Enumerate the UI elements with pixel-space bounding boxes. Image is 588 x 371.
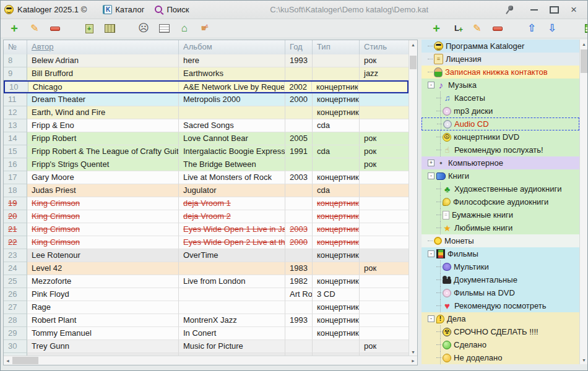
table-row[interactable]: 30Trey GunnMusic for Pictureрок	[4, 340, 409, 353]
grid-view-button[interactable]	[582, 21, 588, 36]
tree-item[interactable]: ☝Рекомендую послухать!	[422, 143, 579, 156]
cell-type: cda	[313, 119, 360, 132]
table-card-button[interactable]	[157, 21, 171, 36]
collapse-icon[interactable]: -	[428, 173, 435, 179]
tree-item[interactable]: Сделано	[422, 338, 579, 351]
edit-category-button[interactable]: ✎	[470, 21, 485, 36]
move-down-button[interactable]: ⇩	[545, 21, 560, 36]
tree-item[interactable]: Документальные	[422, 273, 579, 286]
scroll-down-arrow[interactable]: ▼	[409, 348, 417, 356]
tree-item[interactable]: ♥Рекомендую посмотреть	[422, 299, 579, 312]
add-subcategory-button[interactable]: L	[449, 21, 464, 36]
table-row[interactable]: 26Pink FloydArt Roc3 CD	[4, 288, 409, 301]
table-info-icon	[159, 24, 170, 33]
table-row[interactable]: 16Fripp's Strigs QuentetThe Bridge Betwe…	[4, 158, 409, 171]
column-header-3[interactable]: Год	[285, 40, 313, 54]
tree-item[interactable]: Монеты	[422, 234, 579, 247]
table-row[interactable]: 22King CrimsonEyes Wide Open 2 Live at t…	[4, 236, 409, 249]
scroll-up-arrow[interactable]: ▲	[409, 40, 417, 49]
tree-item[interactable]: ♫Кассеты	[422, 92, 579, 104]
table-row[interactable]: 13Fripp & EnoSacred Songscda	[4, 119, 409, 132]
add-record-button[interactable]: +	[7, 21, 22, 36]
mp3-disc-icon	[443, 107, 451, 116]
table-row[interactable]: 8Belew Adrianhere1993рок	[4, 54, 409, 67]
scroll-right-arrow[interactable]: ►	[409, 356, 417, 365]
tree-item[interactable]: -!Дела	[422, 312, 579, 325]
tree-item[interactable]: Программа Kataloger	[422, 40, 579, 53]
table-row[interactable]: 18Judas PriestJugulatorcda	[4, 184, 409, 197]
table-row[interactable]: 23Lee RotenourOverTimeконцертник	[4, 249, 409, 262]
close-button[interactable]: ×	[564, 3, 584, 17]
tree-item[interactable]: ☮концертники DVD	[422, 130, 579, 143]
table-row[interactable]: 24Level 421983рок	[4, 262, 409, 275]
smiley-view-button[interactable]: ☹	[136, 21, 151, 36]
tree-item[interactable]: +●Компьютерное	[422, 156, 579, 169]
tree-item[interactable]: Философские аудиокниги	[422, 195, 579, 208]
expand-icon[interactable]: +	[428, 160, 435, 166]
table-row[interactable]: 21King CrimsonEyes Wide Open 1 Live in J…	[4, 223, 409, 236]
scrollbar-thumb[interactable]	[410, 56, 417, 69]
cell-author: Level 42	[27, 262, 179, 275]
edit-record-button[interactable]: ✎	[27, 21, 42, 36]
tree-item[interactable]: Не доделано	[422, 351, 579, 364]
table-row[interactable]: 11Dream TheaterMetropolis 20002000концер…	[4, 93, 409, 106]
move-up-button[interactable]: ⇧	[524, 21, 539, 36]
column-header-2[interactable]: Альбом	[179, 40, 285, 54]
column-header-0[interactable]: №	[4, 40, 27, 54]
tree-item[interactable]: ≡Лицензия	[422, 53, 579, 66]
tree-vertical-scrollbar[interactable]: ▲▼	[579, 40, 588, 364]
table-row[interactable]: 14Fripp RobertLove Cannot Bear2005рок	[4, 132, 409, 145]
scroll-down-arrow[interactable]: ▼	[580, 356, 588, 364]
pencil-icon: ✎	[471, 22, 483, 35]
tree-item[interactable]: Audio CD	[422, 117, 579, 130]
tree-item[interactable]: -Фильмы	[422, 247, 579, 260]
tree-item[interactable]: ★Любимые книги	[422, 221, 579, 234]
menu-catalog[interactable]: K Каталог	[98, 3, 149, 16]
tree-item[interactable]: Фильмы на DVD	[422, 286, 579, 299]
app-window: Kataloger 2025.1 © K Каталог Поиск C:\ku…	[0, 0, 588, 371]
table-row[interactable]: 17Gary MooreLive at Monsters of Rock2003…	[4, 171, 409, 184]
table-row[interactable]: 19King Crimsondeja Vroom 1концертник	[4, 197, 409, 210]
table-row[interactable]: 28Robert PlantMontrenX Jazz1993концертни…	[4, 314, 409, 327]
column-header-4[interactable]: Тип	[313, 40, 360, 54]
tree-item[interactable]: ≡Бумажные книги	[422, 208, 579, 221]
export-button[interactable]: ☛	[197, 21, 212, 36]
maximize-button[interactable]	[544, 3, 564, 17]
table-row[interactable]: 29Tommy EmanuelIn Conertконцертник	[4, 327, 409, 340]
table-row[interactable]: 27Rageконцертник	[4, 301, 409, 314]
collapse-icon[interactable]: -	[428, 250, 435, 257]
table-row[interactable]: 9Bill BruffordEarthworksjazz	[4, 67, 409, 80]
tree-item[interactable]: mp3 диски	[422, 104, 579, 117]
add-category-button[interactable]: +	[429, 21, 444, 36]
scroll-left-arrow[interactable]: ◄	[4, 356, 12, 365]
tree-item[interactable]: -♪Музыка	[422, 79, 579, 92]
minimize-button[interactable]	[524, 3, 544, 17]
table-horizontal-scrollbar[interactable]: ◄►	[4, 356, 417, 365]
tree-item[interactable]: Записная книжка контактов	[422, 66, 579, 79]
tree-item[interactable]: ☢СРОЧНО СДЕЛАТЬ !!!!	[422, 325, 579, 338]
tree-item[interactable]: -Книги	[422, 169, 579, 182]
scroll-up-arrow[interactable]: ▲	[580, 40, 588, 48]
column-header-1[interactable]: Автор	[27, 40, 179, 54]
pin-icon[interactable]	[504, 4, 514, 15]
table-row[interactable]: 25MezzoforteLive from London1982концертн…	[4, 275, 409, 288]
collapse-icon[interactable]: -	[428, 315, 435, 322]
scrollbar-thumb[interactable]	[12, 357, 38, 364]
table-row[interactable]: 12Earth, Wind and Fireконцертник	[4, 106, 409, 119]
scrollbar-thumb[interactable]	[581, 49, 587, 73]
delete-category-button[interactable]	[490, 21, 505, 36]
tree-item[interactable]: Мультики	[422, 260, 579, 273]
tree-item[interactable]: ♣Художественные аудиокниги	[422, 182, 579, 195]
home-button[interactable]: ⌂	[177, 21, 192, 36]
delete-record-button[interactable]	[48, 21, 63, 36]
column-header-5[interactable]: Стиль	[360, 40, 409, 54]
insert-field-button[interactable]: +	[82, 21, 97, 36]
table-row[interactable]: 20King Crimsondeja Vroom 2концертник	[4, 210, 409, 223]
collapse-icon[interactable]: -	[428, 82, 435, 88]
table-row[interactable]: 10ChicagoA&E Network Live by Request2002…	[4, 80, 409, 93]
columns-button[interactable]	[102, 21, 117, 36]
table-row[interactable]: 15Fripp Robert & The League of Crafty Gu…	[4, 145, 409, 158]
table-vertical-scrollbar[interactable]: ▲▼	[409, 40, 417, 356]
cell-author: King Crimson	[27, 236, 179, 249]
menu-search[interactable]: Поиск	[149, 3, 194, 16]
